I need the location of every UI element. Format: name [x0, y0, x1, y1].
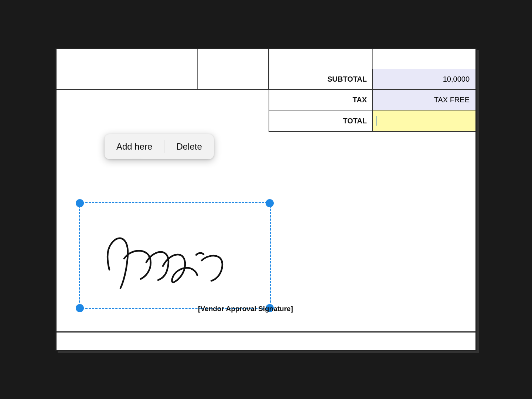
table-left-cols [57, 49, 269, 90]
total-label: TOTAL [269, 110, 373, 131]
signature-box[interactable] [79, 202, 271, 309]
tax-value: TAX FREE [373, 90, 475, 110]
total-row: TOTAL [269, 110, 475, 131]
signature-drawing [87, 211, 265, 303]
add-here-button[interactable]: Add here [105, 134, 164, 159]
handle-top-right[interactable] [266, 199, 274, 207]
header-col2 [373, 49, 475, 69]
vendor-approval-label: [Vendor Approval Signature] [198, 305, 293, 313]
subtotal-row: SUBTOTAL 10,0000 [269, 69, 475, 90]
signature-section: [Vendor Approval Signature] [79, 202, 293, 317]
subtotal-value: 10,0000 [373, 69, 475, 89]
tax-label: TAX [269, 90, 373, 110]
total-value[interactable] [373, 110, 475, 131]
summary-table: SUBTOTAL 10,0000 TAX TAX FREE TOTAL [269, 49, 475, 132]
col-2 [127, 49, 198, 89]
col-1 [57, 49, 127, 89]
context-menu: Add here Delete [105, 134, 214, 159]
subtotal-label: SUBTOTAL [269, 69, 373, 89]
handle-top-left[interactable] [76, 199, 84, 207]
document: SUBTOTAL 10,0000 TAX TAX FREE TOTAL Add … [55, 48, 477, 351]
delete-button[interactable]: Delete [164, 134, 214, 159]
header-col1 [269, 49, 373, 69]
bottom-bar [57, 331, 475, 350]
text-cursor [376, 116, 376, 126]
table-header-row [269, 49, 475, 69]
handle-bottom-left[interactable] [76, 304, 84, 312]
tax-row: TAX TAX FREE [269, 90, 475, 110]
col-3 [198, 49, 269, 89]
